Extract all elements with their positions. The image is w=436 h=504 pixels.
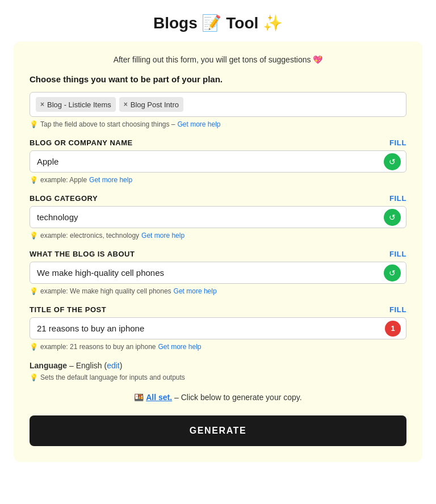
- main-card: After filling out this form, you will ge…: [14, 41, 422, 462]
- allset-link[interactable]: All set.: [146, 393, 172, 402]
- blog-about-refresh[interactable]: ↺: [384, 264, 401, 282]
- subtitle: After filling out this form, you will ge…: [30, 55, 406, 64]
- choose-help-link[interactable]: Get more help: [178, 120, 221, 128]
- refresh-icon: ↺: [389, 157, 396, 166]
- blog-category-input[interactable]: [30, 206, 406, 228]
- refresh-icon-cat: ↺: [389, 213, 396, 222]
- language-hint: 💡 Sets the default language for inputs a…: [30, 373, 406, 381]
- blog-category-row: BLOG CATEGORY FILL: [30, 194, 406, 203]
- tag-label-listicle: Blog - Listicle Items: [47, 100, 111, 109]
- choose-heading: Choose things you want to be part of you…: [30, 74, 406, 84]
- blog-about-row: WHAT THE BLOG IS ABOUT FILL: [30, 250, 406, 258]
- blog-name-refresh[interactable]: ↺: [384, 153, 401, 170]
- tag-label-intro: Blog Post Intro: [131, 100, 179, 109]
- post-title-example: 💡 example: 21 reasons to buy an iphone G…: [30, 343, 406, 351]
- language-edit-link[interactable]: edit: [107, 361, 120, 370]
- post-title-help-link[interactable]: Get more help: [158, 343, 201, 351]
- blog-category-fill[interactable]: FILL: [389, 194, 406, 203]
- generate-button[interactable]: GENERATE: [30, 415, 406, 446]
- allset-row: 🍱 All set. – Click below to generate you…: [30, 393, 406, 402]
- tag-close-listicle[interactable]: ×: [40, 100, 44, 108]
- post-title-row: TITLE OF THE POST FILL: [30, 305, 406, 314]
- badge-count: 1: [391, 324, 395, 333]
- blog-name-label: BLOG OR COMPANY NAME: [30, 138, 133, 147]
- refresh-icon-about: ↺: [389, 268, 396, 278]
- blog-about-wrapper: ↺: [30, 262, 406, 284]
- post-title-wrapper: 1: [30, 317, 406, 339]
- allset-emoji: 🍱: [134, 393, 144, 402]
- blog-name-help-link[interactable]: Get more help: [89, 176, 132, 184]
- blog-about-fill[interactable]: FILL: [389, 250, 406, 258]
- language-row: Language – English (edit): [30, 361, 406, 370]
- blog-about-input[interactable]: [30, 262, 406, 284]
- blog-name-wrapper: ↺: [30, 150, 406, 173]
- tag-close-intro[interactable]: ×: [124, 100, 128, 108]
- choose-hint: 💡 Tap the field above to start choosing …: [30, 120, 406, 128]
- post-title-input[interactable]: [30, 317, 406, 339]
- blog-name-input[interactable]: [30, 150, 406, 173]
- blog-category-label: BLOG CATEGORY: [30, 194, 98, 203]
- blog-about-example: 💡 example: We make high quality cell pho…: [30, 287, 406, 295]
- blog-category-refresh[interactable]: ↺: [384, 209, 401, 226]
- post-title-label: TITLE OF THE POST: [30, 305, 106, 314]
- post-title-badge[interactable]: 1: [385, 321, 401, 337]
- blog-name-fill[interactable]: FILL: [389, 138, 406, 147]
- blog-about-help-link[interactable]: Get more help: [174, 287, 217, 295]
- blog-category-help-link[interactable]: Get more help: [141, 232, 185, 240]
- blog-category-wrapper: ↺: [30, 206, 406, 228]
- blog-name-row: BLOG OR COMPANY NAME FILL: [30, 138, 406, 147]
- tags-input[interactable]: × Blog - Listicle Items × Blog Post Intr…: [30, 92, 406, 117]
- tag-intro[interactable]: × Blog Post Intro: [119, 97, 183, 112]
- tag-listicle[interactable]: × Blog - Listicle Items: [36, 97, 116, 112]
- blog-category-example: 💡 example: electronics, technology Get m…: [30, 232, 406, 240]
- page-title: Blogs 📝 Tool ✨: [153, 0, 283, 41]
- blog-name-example: 💡 example: Apple Get more help: [30, 176, 406, 184]
- blog-about-label: WHAT THE BLOG IS ABOUT: [30, 250, 135, 258]
- post-title-fill[interactable]: FILL: [389, 305, 406, 314]
